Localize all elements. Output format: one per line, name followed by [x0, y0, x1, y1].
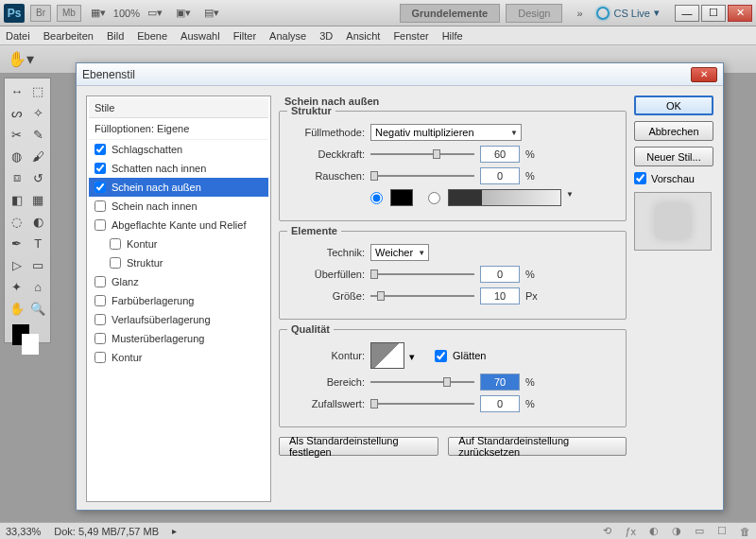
gradient-swatch[interactable] [448, 189, 561, 206]
slider-zufallswert[interactable] [370, 397, 474, 410]
input-rauschen[interactable]: 0 [480, 167, 520, 184]
menu-ebene[interactable]: Ebene [137, 30, 167, 42]
menu-bild[interactable]: Bild [107, 30, 124, 42]
chk-schein-aussen[interactable] [94, 182, 106, 193]
style-glanz[interactable]: Glanz [89, 272, 268, 291]
lasso-tool-icon[interactable]: ᔕ [7, 102, 27, 123]
style-musterueberlagerung[interactable]: Musterüberlagerung [89, 329, 268, 348]
zoom-tool-icon[interactable]: 🔍 [28, 298, 49, 319]
styles-header[interactable]: Stile [89, 98, 268, 118]
dialog-titlebar[interactable]: Ebenenstil ✕ [77, 63, 723, 86]
kontur-picker[interactable] [370, 342, 404, 369]
blur-tool-icon[interactable]: ◌ [7, 211, 27, 232]
type-tool-icon[interactable]: T [28, 233, 49, 253]
slider-ueberfuellen[interactable] [370, 268, 474, 281]
chk-schatten-innen[interactable] [94, 163, 106, 174]
heal-tool-icon[interactable]: ◍ [7, 146, 27, 166]
input-deckkraft[interactable]: 60 [480, 146, 520, 163]
wand-tool-icon[interactable]: ✧ [28, 102, 49, 123]
eraser-tool-icon[interactable]: ◧ [7, 189, 27, 210]
style-schein-aussen[interactable]: Schein nach außen [89, 178, 268, 197]
status-icon-adjust[interactable]: ◑ [672, 525, 681, 537]
menu-ansicht[interactable]: Ansicht [346, 30, 380, 42]
screen-icon[interactable]: ▣▾ [172, 5, 195, 22]
status-icon-1[interactable]: ⟲ [603, 525, 611, 537]
style-bevel-struktur[interactable]: Struktur [89, 253, 268, 272]
chk-glaetten[interactable] [435, 350, 447, 362]
slider-bereich[interactable] [370, 375, 474, 389]
cancel-button[interactable]: Abbrechen [634, 121, 713, 141]
window-maximize-button[interactable]: ☐ [701, 5, 726, 22]
status-icon-fx[interactable]: ƒx [625, 526, 636, 537]
brush-tool-icon[interactable]: 🖌 [28, 146, 49, 166]
crop-tool-icon[interactable]: ✂ [7, 124, 27, 145]
select-technik[interactable]: Weicher [370, 244, 429, 261]
chk-kontur[interactable] [94, 352, 106, 363]
style-kontur[interactable]: Kontur [89, 348, 268, 367]
bridge-button[interactable]: Br [30, 5, 51, 22]
workspace-tab-grundelemente[interactable]: Grundelemente [400, 4, 501, 23]
radio-color[interactable] [370, 192, 383, 204]
gradient-tool-icon[interactable]: ▦ [28, 189, 49, 210]
status-icon-mask[interactable]: ◐ [649, 525, 659, 537]
hand-tool-icon[interactable]: ✋▾ [8, 50, 34, 68]
chk-verlaufsueberlagerung[interactable] [94, 314, 106, 325]
slider-deckkraft[interactable] [370, 148, 474, 161]
shape-tool-icon[interactable]: ▭ [28, 254, 49, 275]
dialog-close-button[interactable]: ✕ [691, 67, 717, 82]
input-bereich[interactable]: 70 [480, 374, 520, 391]
input-zufallswert[interactable]: 0 [480, 395, 520, 412]
input-ueberfuellen[interactable]: 0 [480, 266, 520, 283]
workspace-tab-design[interactable]: Design [506, 4, 562, 23]
ok-button[interactable]: OK [634, 96, 713, 115]
status-icon-new[interactable]: ☐ [717, 525, 727, 537]
slider-rauschen[interactable] [370, 169, 474, 183]
move-tool-icon[interactable]: ↔ [7, 80, 27, 101]
color-swatches[interactable] [7, 320, 48, 340]
color-swatch[interactable] [390, 189, 413, 206]
3d-tool-icon[interactable]: ✦ [7, 276, 27, 297]
chk-musterueberlagerung[interactable] [94, 333, 106, 344]
style-farbueberlagerung[interactable]: Farbüberlagerung [89, 291, 268, 310]
menu-3d[interactable]: 3D [319, 30, 333, 42]
style-bevel[interactable]: Abgeflachte Kante und Relief [89, 216, 268, 235]
history-brush-icon[interactable]: ↺ [28, 167, 49, 188]
cslive-button[interactable]: CS Live ▾ [596, 7, 660, 20]
chk-bevel[interactable] [94, 219, 106, 231]
camera-tool-icon[interactable]: ⌂ [28, 276, 49, 297]
path-tool-icon[interactable]: ▷ [7, 254, 27, 275]
chk-vorschau[interactable] [634, 172, 646, 184]
status-zoom[interactable]: 33,33% [6, 526, 41, 537]
menu-analyse[interactable]: Analyse [269, 30, 306, 42]
radio-gradient[interactable] [428, 192, 440, 204]
menu-hilfe[interactable]: Hilfe [442, 30, 463, 42]
style-verlaufsueberlagerung[interactable]: Verlaufsüberlagerung [89, 310, 268, 329]
menu-datei[interactable]: Datei [6, 30, 30, 42]
new-style-button[interactable]: Neuer Stil... [634, 147, 713, 166]
btn-set-default[interactable]: Als Standardeinstellung festlegen [279, 437, 438, 456]
chk-farbueberlagerung[interactable] [94, 295, 106, 306]
menu-bearbeiten[interactable]: Bearbeiten [43, 30, 94, 42]
style-bevel-kontur[interactable]: Kontur [89, 235, 268, 253]
stamp-tool-icon[interactable]: ⧈ [7, 167, 27, 188]
layout-icon[interactable]: ▦▾ [87, 5, 110, 22]
eyedropper-tool-icon[interactable]: ✎ [28, 124, 49, 145]
arrange-icon[interactable]: ▤▾ [200, 5, 223, 22]
menu-auswahl[interactable]: Auswahl [180, 30, 220, 42]
window-close-button[interactable]: ✕ [728, 5, 752, 22]
style-schlagschatten[interactable]: Schlagschatten [89, 140, 268, 159]
btn-reset-default[interactable]: Auf Standardeinstellung zurücksetzen [448, 437, 627, 456]
style-schein-innen[interactable]: Schein nach innen [89, 197, 268, 216]
chk-bevel-kontur[interactable] [110, 238, 121, 250]
marquee-tool-icon[interactable]: ⬚ [28, 80, 49, 101]
slider-groesse[interactable] [370, 289, 474, 303]
blend-options-row[interactable]: Fülloptionen: Eigene [89, 118, 268, 140]
view-icon[interactable]: ▭▾ [144, 5, 166, 22]
status-icon-trash[interactable]: 🗑 [740, 526, 750, 537]
minibridge-button[interactable]: Mb [57, 5, 81, 22]
select-fuellmethode[interactable]: Negativ multiplizieren [370, 124, 522, 141]
status-icon-folder[interactable]: ▭ [695, 525, 704, 537]
background-swatch[interactable] [22, 334, 39, 355]
dodge-tool-icon[interactable]: ◐ [28, 211, 49, 232]
chk-bevel-struktur[interactable] [110, 257, 121, 269]
